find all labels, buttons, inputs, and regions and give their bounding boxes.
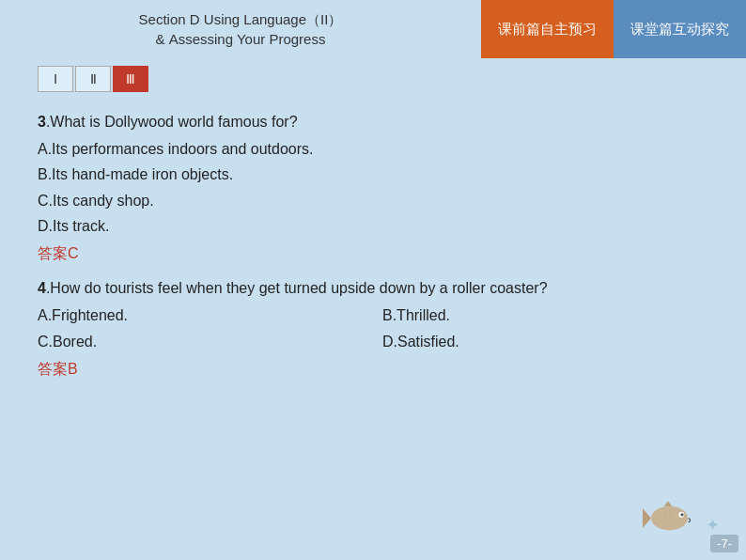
question-3-number: 3: [38, 114, 46, 130]
question-4-body: .How do tourists feel when they get turn…: [46, 280, 548, 296]
btn-explore[interactable]: 课堂篇互动探究: [614, 0, 746, 58]
svg-point-4: [681, 513, 684, 516]
question-3-option-b: B.Its hand-made iron objects.: [38, 162, 708, 187]
question-3-text: 3.What is Dollywood world famous for?: [38, 109, 708, 134]
answer-label-4: 答案: [38, 361, 68, 377]
question-3-option-a: A.Its performances indoors and outdoors.: [38, 136, 708, 162]
question-3-option-c: C.Its candy shop.: [38, 188, 708, 213]
question-3-option-d: D.Its track.: [38, 213, 708, 239]
header-title-line1: Section D Using Language（II）: [139, 11, 343, 27]
question-4-text: 4.How do tourists feel when they get tur…: [38, 275, 708, 301]
question-4-options: A.Frightened. B.Thrilled. C.Bored. D.Sat…: [38, 303, 708, 353]
tab-2[interactable]: Ⅱ: [75, 66, 111, 92]
answer-value-4: B: [68, 361, 78, 377]
question-4-option-b: B.Thrilled.: [382, 303, 708, 328]
header-title: Section D Using Language（II） & Assessing…: [0, 0, 481, 58]
question-3-body: .What is Dollywood world famous for?: [46, 114, 298, 130]
page-number: -7-: [710, 535, 738, 552]
question-3: 3.What is Dollywood world famous for? A.…: [38, 109, 708, 266]
question-4: 4.How do tourists feel when they get tur…: [38, 275, 708, 381]
question-3-answer: 答案C: [38, 241, 708, 266]
tab-3[interactable]: Ⅲ: [113, 66, 148, 92]
question-4-answer: 答案B: [38, 356, 708, 381]
svg-marker-2: [664, 502, 673, 506]
question-4-option-c: C.Bored.: [38, 329, 364, 354]
question-4-number: 4: [38, 280, 46, 296]
tab-bar: Ⅰ Ⅱ Ⅲ: [0, 58, 746, 92]
fish-decoration: [643, 494, 699, 539]
question-4-option-a: A.Frightened.: [38, 303, 364, 328]
header: Section D Using Language（II） & Assessing…: [0, 0, 746, 58]
header-title-line2: & Assessing Your Progress: [156, 31, 326, 47]
tab-1[interactable]: Ⅰ: [38, 66, 73, 92]
fish-icon: [643, 494, 699, 539]
svg-marker-1: [643, 508, 651, 528]
sparkle-icon: ✦: [706, 515, 720, 536]
btn-preview[interactable]: 课前篇自主预习: [481, 0, 614, 58]
question-4-option-d: D.Satisfied.: [382, 329, 708, 354]
answer-label-3: 答案: [38, 245, 68, 261]
answer-value-3: C: [68, 245, 79, 261]
content-area: 3.What is Dollywood world famous for? A.…: [0, 92, 746, 400]
